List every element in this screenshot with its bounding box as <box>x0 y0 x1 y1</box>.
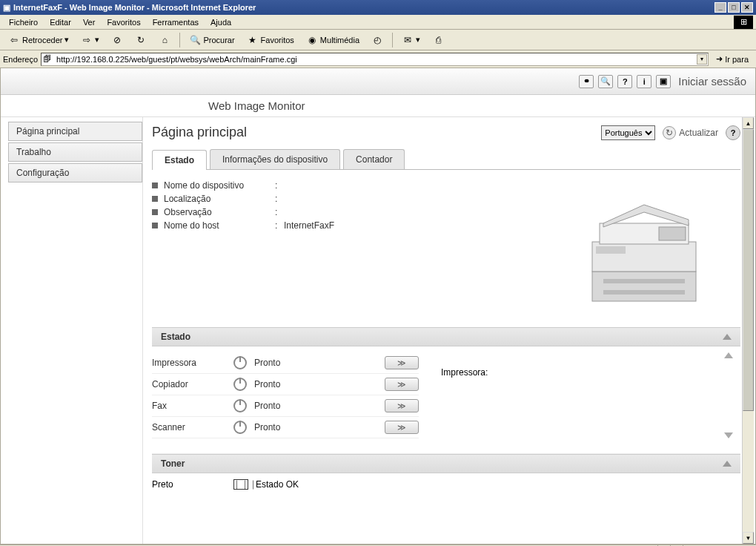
svg-rect-5 <box>603 279 685 283</box>
status-detail-button[interactable]: ≫ <box>385 421 419 434</box>
tab-device-info[interactable]: Informações do dispositivo <box>210 149 340 169</box>
refresh-button[interactable]: ↻ <box>130 32 152 48</box>
svg-rect-7 <box>596 246 626 254</box>
scroll-down-button[interactable]: ▼ <box>743 532 754 544</box>
search-icon: 🔍 <box>189 34 201 46</box>
power-icon <box>233 399 247 412</box>
device-info-block: Nome do dispositivo : Localização : Obse… <box>152 179 740 312</box>
page-icon: 🗐 <box>43 54 53 65</box>
stop-button[interactable]: ⊘ <box>106 32 128 48</box>
go-arrow-icon: ➜ <box>716 54 723 64</box>
tab-label: Informações do dispositivo <box>222 154 328 165</box>
prop-value: InternetFaxF <box>284 220 334 231</box>
refresh-icon: ↻ <box>135 34 147 46</box>
status-detail-button[interactable]: ≫ <box>385 356 419 369</box>
menu-edit[interactable]: Editar <box>44 16 77 28</box>
search-tool-icon[interactable]: 🔍 <box>598 75 613 88</box>
back-label: Retroceder <box>22 36 62 45</box>
detail-label: Impressora: <box>441 352 740 378</box>
menu-view[interactable]: Ver <box>77 16 102 28</box>
address-dropdown-button[interactable]: ▾ <box>697 54 707 65</box>
menu-file[interactable]: Ficheiro <box>3 16 44 28</box>
collapse-icon[interactable] <box>723 334 732 340</box>
collapse-icon[interactable] <box>723 461 732 467</box>
favorites-button[interactable]: ★ Favoritos <box>242 32 299 48</box>
vertical-scrollbar[interactable]: ▲ ▼ <box>742 117 754 544</box>
scroll-down-icon[interactable] <box>724 432 733 438</box>
status-name: Impressora <box>152 358 233 368</box>
address-input[interactable] <box>41 53 709 66</box>
main-panel: Página principal Português ↻ Actualizar … <box>143 117 755 544</box>
go-button[interactable]: ➜ Ir para <box>712 53 753 65</box>
tab-bar: Estado Informações do dispositivo Contad… <box>152 149 740 170</box>
prop-row: Nome do host : InternetFaxF <box>152 219 548 232</box>
toner-level-icon: ⎹⎹⎹ <box>233 479 248 490</box>
media-button[interactable]: ◉ Multimédia <box>301 32 365 48</box>
tab-counter[interactable]: Contador <box>343 149 405 169</box>
sidebar-item-label: Trabalho <box>16 147 51 157</box>
bullet-icon <box>152 223 158 228</box>
status-state: Pronto <box>254 358 385 368</box>
sidebar-item-config[interactable]: Configuração <box>8 163 142 182</box>
page-title: Página principal <box>152 125 601 140</box>
prop-label: Localização <box>164 194 275 204</box>
status-state: Pronto <box>254 401 385 411</box>
scroll-up-icon[interactable] <box>724 352 733 358</box>
info-icon[interactable]: i <box>637 75 651 88</box>
toner-state: Estado OK <box>256 479 299 490</box>
menu-tools[interactable]: Ferramentas <box>147 16 205 28</box>
print-button[interactable]: ⎙ <box>427 32 449 48</box>
help-icon[interactable]: ? <box>617 75 632 88</box>
status-detail-button[interactable]: ≫ <box>385 399 419 412</box>
tab-label: Contador <box>356 154 392 165</box>
dropdown-icon: ▾ <box>64 35 69 45</box>
section-header-status: Estado <box>152 327 740 346</box>
bullet-icon <box>152 196 158 202</box>
maximize-button[interactable]: □ <box>728 2 740 13</box>
link-icon[interactable]: ⚭ <box>579 75 594 88</box>
scroll-thumb[interactable] <box>743 129 754 411</box>
address-bar: Endereço 🗐 ▾ ➜ Ir para <box>0 50 756 68</box>
bullet-icon <box>152 182 158 188</box>
close-button[interactable]: ✕ <box>741 2 753 13</box>
minimize-button[interactable]: _ <box>714 2 726 13</box>
sidebar-item-label: Configuração <box>16 168 69 178</box>
prop-label: Nome do host <box>164 220 275 231</box>
login-link[interactable]: Iniciar sessão <box>678 75 746 88</box>
refresh-label: Actualizar <box>679 128 718 138</box>
device-image <box>548 179 740 312</box>
sidebar: Página principal Trabalho Configuração <box>1 117 143 544</box>
window-title: InternetFaxF - Web Image Monitor - Micro… <box>13 3 256 12</box>
section-header-toner: Toner <box>152 454 740 473</box>
section-title: Toner <box>161 458 185 469</box>
status-block: Impressora Pronto ≫ Copiador Pronto ≫ Fa… <box>152 346 740 454</box>
scroll-up-button[interactable]: ▲ <box>743 117 754 129</box>
status-detail-button[interactable]: ≫ <box>385 378 419 391</box>
status-state: Pronto <box>254 422 385 432</box>
menu-help[interactable]: Ajuda <box>205 16 237 28</box>
menu-favorites[interactable]: Favoritos <box>101 16 146 28</box>
home-button[interactable]: ⌂ <box>153 32 176 48</box>
history-icon: ◴ <box>371 34 383 46</box>
login-icon[interactable]: ▣ <box>656 75 671 88</box>
status-row-printer: Impressora Pronto ≫ <box>152 352 419 374</box>
page-help-button[interactable]: ? <box>726 125 740 140</box>
power-icon <box>233 378 247 391</box>
mail-button[interactable]: ✉▾ <box>397 32 425 48</box>
tab-status[interactable]: Estado <box>152 150 207 170</box>
back-button[interactable]: ⇦ Retroceder ▾ <box>3 32 74 48</box>
refresh-button[interactable]: ↻ Actualizar <box>663 126 718 139</box>
refresh-icon: ↻ <box>663 126 676 139</box>
history-button[interactable]: ◴ <box>366 32 388 48</box>
toner-name: Preto <box>152 479 233 490</box>
language-select[interactable]: Português <box>601 125 655 140</box>
page-header: Página principal Português ↻ Actualizar … <box>152 125 740 140</box>
search-button[interactable]: 🔍 Procurar <box>184 32 239 48</box>
mail-icon: ✉ <box>402 34 414 46</box>
forward-button[interactable]: ⇨ ▾ <box>76 32 105 48</box>
svg-rect-6 <box>603 290 685 295</box>
sidebar-item-job[interactable]: Trabalho <box>8 142 142 162</box>
stop-icon: ⊘ <box>111 34 123 46</box>
menu-bar: Ficheiro Editar Ver Favoritos Ferramenta… <box>0 15 756 30</box>
sidebar-item-home[interactable]: Página principal <box>8 122 142 141</box>
